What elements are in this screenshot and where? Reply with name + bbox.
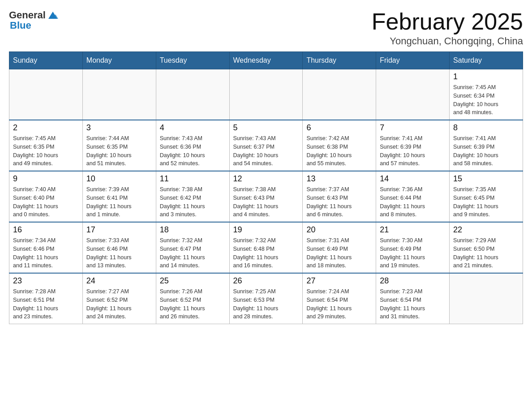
day-info: Sunrise: 7:35 AM Sunset: 6:45 PM Dayligh… (453, 185, 519, 219)
day-number: 4 (160, 123, 226, 133)
calendar-table: SundayMondayTuesdayWednesdayThursdayFrid… (9, 51, 523, 324)
day-info: Sunrise: 7:42 AM Sunset: 6:38 PM Dayligh… (306, 134, 372, 168)
day-number: 17 (86, 225, 152, 235)
day-number: 26 (233, 276, 299, 286)
day-number: 14 (380, 174, 446, 184)
day-info: Sunrise: 7:40 AM Sunset: 6:40 PM Dayligh… (13, 185, 79, 219)
calendar-cell: 18Sunrise: 7:32 AM Sunset: 6:47 PM Dayli… (156, 222, 229, 273)
day-number: 28 (380, 276, 446, 286)
day-number: 25 (160, 276, 226, 286)
day-info: Sunrise: 7:44 AM Sunset: 6:35 PM Dayligh… (86, 134, 152, 168)
calendar-cell: 3Sunrise: 7:44 AM Sunset: 6:35 PM Daylig… (82, 120, 156, 171)
calendar-cell: 17Sunrise: 7:33 AM Sunset: 6:46 PM Dayli… (82, 222, 156, 273)
day-number: 7 (380, 123, 446, 133)
calendar-cell: 28Sunrise: 7:23 AM Sunset: 6:54 PM Dayli… (376, 273, 450, 324)
calendar-cell (450, 273, 523, 324)
day-number: 27 (306, 276, 372, 286)
day-info: Sunrise: 7:45 AM Sunset: 6:35 PM Dayligh… (13, 134, 79, 168)
day-info: Sunrise: 7:36 AM Sunset: 6:44 PM Dayligh… (380, 185, 446, 219)
calendar-cell: 16Sunrise: 7:34 AM Sunset: 6:46 PM Dayli… (9, 222, 83, 273)
calendar-cell: 24Sunrise: 7:27 AM Sunset: 6:52 PM Dayli… (82, 273, 156, 324)
day-number: 12 (233, 174, 299, 184)
calendar-cell: 9Sunrise: 7:40 AM Sunset: 6:40 PM Daylig… (9, 171, 83, 222)
calendar-cell: 21Sunrise: 7:30 AM Sunset: 6:49 PM Dayli… (376, 222, 450, 273)
calendar-cell: 15Sunrise: 7:35 AM Sunset: 6:45 PM Dayli… (450, 171, 523, 222)
day-info: Sunrise: 7:41 AM Sunset: 6:39 PM Dayligh… (380, 134, 446, 168)
calendar-cell (229, 69, 303, 120)
day-number: 5 (233, 123, 299, 133)
weekday-header-thursday: Thursday (303, 52, 376, 69)
day-number: 20 (306, 225, 372, 235)
calendar-cell (82, 69, 156, 120)
logo-icon (47, 9, 59, 21)
day-number: 13 (306, 174, 372, 184)
calendar-cell: 7Sunrise: 7:41 AM Sunset: 6:39 PM Daylig… (376, 120, 450, 171)
day-number: 23 (13, 276, 79, 286)
calendar-week-row: 9Sunrise: 7:40 AM Sunset: 6:40 PM Daylig… (9, 171, 523, 222)
day-info: Sunrise: 7:41 AM Sunset: 6:39 PM Dayligh… (453, 134, 519, 168)
calendar-cell: 27Sunrise: 7:24 AM Sunset: 6:54 PM Dayli… (303, 273, 376, 324)
day-info: Sunrise: 7:26 AM Sunset: 6:52 PM Dayligh… (160, 287, 226, 321)
day-number: 22 (453, 225, 519, 235)
calendar-cell: 23Sunrise: 7:28 AM Sunset: 6:51 PM Dayli… (9, 273, 83, 324)
day-number: 24 (86, 276, 152, 286)
calendar-cell: 19Sunrise: 7:32 AM Sunset: 6:48 PM Dayli… (229, 222, 303, 273)
day-number: 1 (453, 72, 519, 81)
calendar-header-row: SundayMondayTuesdayWednesdayThursdayFrid… (9, 52, 523, 69)
day-info: Sunrise: 7:45 AM Sunset: 6:34 PM Dayligh… (453, 83, 519, 117)
day-info: Sunrise: 7:38 AM Sunset: 6:42 PM Dayligh… (160, 185, 226, 219)
calendar-cell: 6Sunrise: 7:42 AM Sunset: 6:38 PM Daylig… (303, 120, 376, 171)
day-number: 19 (233, 225, 299, 235)
logo-blue-text: Blue (10, 20, 31, 31)
calendar-cell (9, 69, 83, 120)
calendar-week-row: 23Sunrise: 7:28 AM Sunset: 6:51 PM Dayli… (9, 273, 523, 324)
day-number: 10 (86, 174, 152, 184)
calendar-cell: 20Sunrise: 7:31 AM Sunset: 6:49 PM Dayli… (303, 222, 376, 273)
day-info: Sunrise: 7:24 AM Sunset: 6:54 PM Dayligh… (306, 287, 372, 321)
day-info: Sunrise: 7:23 AM Sunset: 6:54 PM Dayligh… (380, 287, 446, 321)
location-title: Yongchuan, Chongqing, China (372, 35, 523, 47)
calendar-cell (303, 69, 376, 120)
day-number: 8 (453, 123, 519, 133)
day-number: 3 (86, 123, 152, 133)
weekday-header-friday: Friday (376, 52, 450, 69)
day-info: Sunrise: 7:38 AM Sunset: 6:43 PM Dayligh… (233, 185, 299, 219)
calendar-cell: 10Sunrise: 7:39 AM Sunset: 6:41 PM Dayli… (82, 171, 156, 222)
day-info: Sunrise: 7:25 AM Sunset: 6:53 PM Dayligh… (233, 287, 299, 321)
day-info: Sunrise: 7:28 AM Sunset: 6:51 PM Dayligh… (13, 287, 79, 321)
day-info: Sunrise: 7:34 AM Sunset: 6:46 PM Dayligh… (13, 236, 79, 270)
calendar-cell: 12Sunrise: 7:38 AM Sunset: 6:43 PM Dayli… (229, 171, 303, 222)
calendar-week-row: 1Sunrise: 7:45 AM Sunset: 6:34 PM Daylig… (9, 69, 523, 120)
day-number: 6 (306, 123, 372, 133)
day-info: Sunrise: 7:33 AM Sunset: 6:46 PM Dayligh… (86, 236, 152, 270)
day-info: Sunrise: 7:39 AM Sunset: 6:41 PM Dayligh… (86, 185, 152, 219)
day-info: Sunrise: 7:29 AM Sunset: 6:50 PM Dayligh… (453, 236, 519, 270)
calendar-cell (156, 69, 229, 120)
month-title: February 2025 (372, 9, 523, 34)
calendar-cell: 4Sunrise: 7:43 AM Sunset: 6:36 PM Daylig… (156, 120, 229, 171)
day-number: 11 (160, 174, 226, 184)
day-info: Sunrise: 7:27 AM Sunset: 6:52 PM Dayligh… (86, 287, 152, 321)
title-section: February 2025 Yongchuan, Chongqing, Chin… (372, 9, 523, 47)
day-number: 9 (13, 174, 79, 184)
day-info: Sunrise: 7:30 AM Sunset: 6:49 PM Dayligh… (380, 236, 446, 270)
weekday-header-tuesday: Tuesday (156, 52, 229, 69)
weekday-header-monday: Monday (82, 52, 156, 69)
calendar-cell: 26Sunrise: 7:25 AM Sunset: 6:53 PM Dayli… (229, 273, 303, 324)
weekday-header-sunday: Sunday (9, 52, 83, 69)
day-info: Sunrise: 7:31 AM Sunset: 6:49 PM Dayligh… (306, 236, 372, 270)
day-info: Sunrise: 7:37 AM Sunset: 6:43 PM Dayligh… (306, 185, 372, 219)
day-number: 18 (160, 225, 226, 235)
calendar-cell: 14Sunrise: 7:36 AM Sunset: 6:44 PM Dayli… (376, 171, 450, 222)
page-header: General Blue February 2025 Yongchuan, Ch… (9, 9, 523, 47)
calendar-cell: 25Sunrise: 7:26 AM Sunset: 6:52 PM Dayli… (156, 273, 229, 324)
day-number: 16 (13, 225, 79, 235)
calendar-cell (376, 69, 450, 120)
weekday-header-wednesday: Wednesday (229, 52, 303, 69)
day-info: Sunrise: 7:43 AM Sunset: 6:36 PM Dayligh… (160, 134, 226, 168)
day-info: Sunrise: 7:32 AM Sunset: 6:48 PM Dayligh… (233, 236, 299, 270)
calendar-cell: 1Sunrise: 7:45 AM Sunset: 6:34 PM Daylig… (450, 69, 523, 120)
day-number: 2 (13, 123, 79, 133)
calendar-week-row: 16Sunrise: 7:34 AM Sunset: 6:46 PM Dayli… (9, 222, 523, 273)
calendar-cell: 11Sunrise: 7:38 AM Sunset: 6:42 PM Dayli… (156, 171, 229, 222)
